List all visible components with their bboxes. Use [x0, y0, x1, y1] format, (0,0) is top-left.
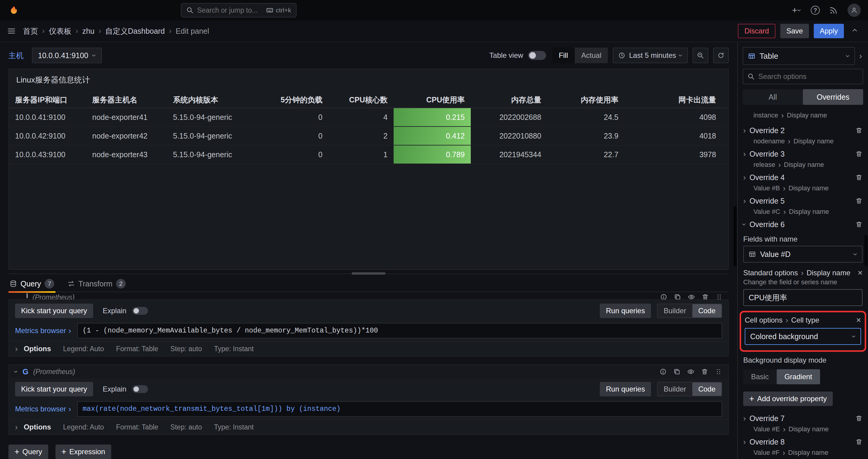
breadcrumb-home[interactable]: 首页	[23, 26, 38, 36]
display-name-input[interactable]	[743, 289, 863, 306]
apply-button[interactable]: Apply	[814, 24, 844, 38]
trash-icon[interactable]	[855, 197, 863, 204]
actual-button[interactable]: Actual	[575, 47, 608, 63]
viz-type-picker[interactable]: Table ›	[743, 47, 855, 65]
run-queries-button[interactable]: Run queries	[600, 382, 651, 396]
query-editor: Query 7 Transform 2 (Prometheus)	[0, 278, 737, 459]
trash-icon[interactable]	[855, 221, 863, 228]
explain-toggle[interactable]	[132, 307, 148, 315]
drag-handle-icon[interactable]	[715, 293, 723, 299]
grafana-logo[interactable]	[7, 4, 21, 17]
eye-icon[interactable]	[688, 293, 695, 299]
column-header[interactable]: 网卡出流量	[624, 92, 722, 107]
collapse-pane-button[interactable]: ›	[858, 51, 863, 61]
user-avatar[interactable]	[847, 4, 861, 17]
table-panel[interactable]: Linux服务器信息统计 服务器IP和端口 服务器主机名 系统内核版本 5分钟的…	[8, 69, 729, 270]
trash-icon[interactable]	[702, 293, 709, 299]
code-button[interactable]: Code	[692, 304, 721, 318]
builder-button[interactable]: Builder	[658, 383, 692, 396]
news-button[interactable]	[830, 6, 838, 14]
kick-start-button[interactable]: Kick start your query	[15, 304, 93, 318]
query-expression-input[interactable]: (1 - (node_memory_MemAvailable_bytes / n…	[77, 323, 722, 338]
override-header[interactable]: › Override 5	[743, 195, 863, 207]
tab-query[interactable]: Query 7	[8, 278, 56, 292]
metrics-browser-button[interactable]: Metrics browser ›	[15, 405, 71, 413]
override-header[interactable]: › Override 4	[743, 171, 863, 184]
tab-overrides[interactable]: Overrides	[803, 89, 863, 105]
zoom-out-button[interactable]	[692, 47, 708, 63]
query-expression-input[interactable]: max(rate(node_network_transmit_bytes_tot…	[77, 401, 722, 417]
add-query-button[interactable]: + Query	[8, 445, 48, 459]
column-header[interactable]: CPU使用率	[394, 92, 471, 107]
tab-all[interactable]: All	[743, 89, 803, 105]
trash-icon[interactable]	[855, 415, 863, 422]
time-range-picker[interactable]: Last 5 minutes ›	[613, 47, 688, 63]
override-header[interactable]: › Override 2	[743, 124, 863, 137]
sidebar-scrollbar-thumb[interactable]	[864, 235, 867, 266]
save-button[interactable]: Save	[780, 24, 809, 38]
tab-transform[interactable]: Transform 2	[66, 278, 127, 292]
cell-cores: 1	[329, 145, 394, 164]
kick-start-button[interactable]: Kick start your query	[15, 382, 93, 396]
column-header[interactable]: 服务器IP和端口	[15, 92, 92, 107]
options-search-input[interactable]	[758, 72, 858, 81]
column-header[interactable]: 内存总量	[471, 92, 547, 107]
top-nav: ctrl+k +› ?	[0, 0, 868, 21]
column-header[interactable]: 服务器主机名	[92, 92, 173, 107]
variable-picker[interactable]: 10.0.0.41:9100 ›	[32, 47, 102, 63]
basic-mode-button[interactable]: Basic	[743, 369, 777, 384]
duplicate-icon[interactable]	[674, 293, 681, 299]
field-matcher-select[interactable]: Value #D ›	[743, 246, 863, 263]
query-options-row[interactable]: › Options Legend: Auto Format: Table Ste…	[9, 419, 728, 434]
gradient-mode-button[interactable]: Gradient	[777, 369, 820, 384]
eye-icon[interactable]	[687, 368, 694, 375]
trash-icon[interactable]	[701, 368, 708, 375]
trash-icon[interactable]	[855, 127, 863, 134]
cell-mem-total: 2022010880	[471, 127, 547, 145]
chevron-right-icon: ›	[801, 269, 804, 277]
trash-icon[interactable]	[855, 174, 863, 181]
search-bar[interactable]: ctrl+k	[181, 3, 297, 18]
cell-type-select[interactable]: Colored background ›	[745, 328, 861, 345]
column-header[interactable]: CPU核心数	[329, 92, 394, 107]
override-header[interactable]: › Override 3	[743, 147, 863, 160]
explain-toggle[interactable]	[132, 385, 148, 393]
main-scrollbar-thumb[interactable]	[734, 206, 737, 266]
new-menu-button[interactable]: +›	[792, 5, 801, 15]
table-view-toggle[interactable]	[528, 51, 546, 60]
add-override-property-button[interactable]: + Add override property	[743, 392, 833, 406]
override-header[interactable]: › Override 6	[743, 218, 863, 231]
options-search[interactable]	[743, 69, 863, 84]
collapse-toolbar-button[interactable]	[849, 27, 861, 36]
code-button[interactable]: Code	[692, 383, 721, 396]
refresh-button[interactable]	[713, 47, 729, 63]
column-header[interactable]: 5分钟的负载	[249, 92, 329, 107]
drag-handle-icon[interactable]	[715, 368, 722, 375]
column-header[interactable]: 内存使用率	[547, 92, 624, 107]
duplicate-icon[interactable]	[673, 368, 681, 375]
add-expression-button[interactable]: + Expression	[56, 445, 111, 459]
breadcrumb-dashboards[interactable]: 仪表板	[49, 26, 71, 36]
override-header[interactable]: › Override 7	[743, 412, 863, 425]
info-icon[interactable]	[660, 293, 667, 299]
metrics-browser-button[interactable]: Metrics browser ›	[15, 326, 71, 335]
breadcrumb-dashboard[interactable]: 自定义Dashboard	[105, 26, 164, 36]
fill-button[interactable]: Fill	[552, 47, 575, 63]
column-header[interactable]: 系统内核版本	[173, 92, 249, 107]
discard-button[interactable]: Discard	[738, 24, 775, 38]
help-button[interactable]: ?	[811, 6, 820, 15]
remove-property-icon[interactable]: ×	[858, 269, 863, 277]
trash-icon[interactable]	[855, 150, 863, 158]
breadcrumb-folder[interactable]: zhu	[82, 27, 94, 36]
search-input[interactable]	[197, 6, 262, 14]
run-queries-button[interactable]: Run queries	[600, 304, 651, 318]
menu-icon[interactable]	[7, 27, 16, 35]
builder-button[interactable]: Builder	[658, 304, 692, 318]
remove-property-icon[interactable]: ×	[856, 316, 861, 324]
info-icon[interactable]	[659, 368, 667, 375]
panel-resize-handle[interactable]	[352, 272, 385, 275]
trash-icon[interactable]	[855, 438, 863, 446]
query-row-header[interactable]: › G (Prometheus)	[9, 365, 728, 378]
override-header[interactable]: › Override 8	[743, 435, 863, 448]
query-options-row[interactable]: › Options Legend: Auto Format: Table Ste…	[9, 341, 728, 356]
